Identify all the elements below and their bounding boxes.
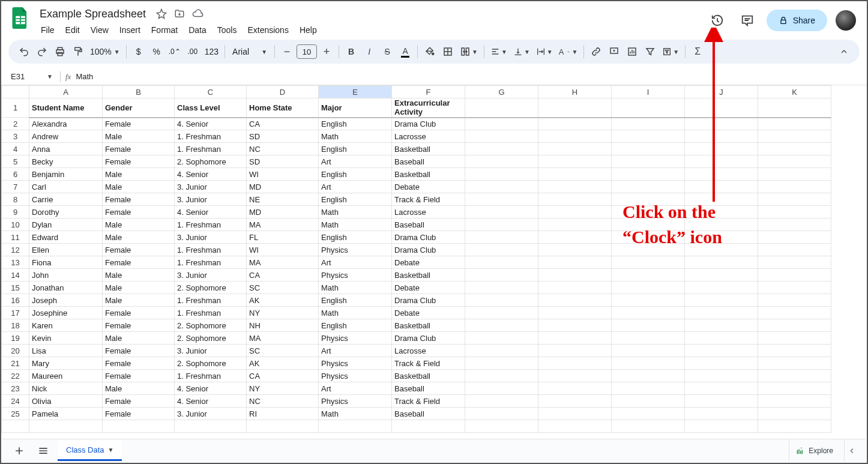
cell[interactable]: English xyxy=(319,143,392,155)
cell[interactable] xyxy=(612,269,685,282)
cell[interactable] xyxy=(612,332,685,345)
cell[interactable] xyxy=(465,118,538,130)
cell[interactable]: Baseball xyxy=(392,155,465,168)
cell[interactable]: Carrie xyxy=(29,193,103,206)
cell[interactable] xyxy=(538,206,612,218)
cell[interactable] xyxy=(538,294,612,307)
cell[interactable]: Becky xyxy=(29,155,103,168)
cell[interactable] xyxy=(612,395,685,408)
cell[interactable] xyxy=(538,282,612,294)
cell[interactable] xyxy=(612,319,685,332)
cell[interactable]: Female xyxy=(103,319,175,332)
menu-edit[interactable]: Edit xyxy=(61,23,85,37)
row-header-11[interactable]: 11 xyxy=(2,231,29,244)
cell[interactable]: NC xyxy=(247,395,319,408)
cell[interactable]: English xyxy=(319,294,392,307)
cell[interactable] xyxy=(612,193,685,206)
italic-button[interactable]: I xyxy=(361,43,378,60)
cell[interactable]: FL xyxy=(247,231,319,244)
sheets-logo[interactable] xyxy=(8,6,32,30)
cell[interactable]: SD xyxy=(247,155,319,168)
cell[interactable]: Edward xyxy=(29,231,103,244)
cell[interactable] xyxy=(685,269,758,282)
cell[interactable] xyxy=(465,269,538,282)
row-header-22[interactable]: 22 xyxy=(2,370,29,382)
cell[interactable] xyxy=(612,408,685,420)
cell[interactable]: Physics xyxy=(319,357,392,370)
sheet-tab-class-data[interactable]: Class Data▼ xyxy=(58,441,122,461)
cell[interactable] xyxy=(538,218,612,231)
cell[interactable]: 2. Sophomore xyxy=(175,155,247,168)
account-avatar[interactable] xyxy=(836,10,856,31)
cell[interactable] xyxy=(465,143,538,155)
cell[interactable]: Drama Club xyxy=(392,332,465,345)
insert-link-button[interactable] xyxy=(588,43,604,60)
header-cell[interactable] xyxy=(465,98,538,118)
cell[interactable] xyxy=(612,155,685,168)
cell[interactable]: RI xyxy=(247,408,319,420)
cell[interactable]: 2. Sophomore xyxy=(175,332,247,345)
row-header-18[interactable]: 18 xyxy=(2,319,29,332)
cell[interactable] xyxy=(612,244,685,256)
cell[interactable]: Basketball xyxy=(392,168,465,181)
column-header-F[interactable]: F xyxy=(392,86,465,98)
cell[interactable] xyxy=(465,181,538,193)
cell[interactable] xyxy=(612,206,685,218)
cell[interactable] xyxy=(392,420,465,433)
strikethrough-button[interactable]: S xyxy=(379,43,396,60)
text-color-button[interactable]: A xyxy=(397,43,414,60)
cell[interactable] xyxy=(465,168,538,181)
cell[interactable]: 3. Junior xyxy=(175,408,247,420)
cell[interactable] xyxy=(685,244,758,256)
cell[interactable] xyxy=(612,345,685,357)
cell[interactable]: Track & Field xyxy=(392,395,465,408)
cell[interactable] xyxy=(758,155,831,168)
cell[interactable]: Maureen xyxy=(29,370,103,382)
insert-chart-button[interactable] xyxy=(624,43,640,60)
cell[interactable]: 1. Freshman xyxy=(175,218,247,231)
increase-decimal-button[interactable]: .00 xyxy=(184,43,201,60)
cell[interactable] xyxy=(465,357,538,370)
cell[interactable]: 3. Junior xyxy=(175,345,247,357)
cell[interactable] xyxy=(612,130,685,143)
decrease-font-button[interactable]: − xyxy=(279,43,295,60)
column-header-C[interactable]: C xyxy=(175,86,247,98)
history-clock-icon[interactable] xyxy=(707,10,728,31)
filter-views-button[interactable]: ▼ xyxy=(660,43,681,60)
cell[interactable]: Physics xyxy=(319,244,392,256)
cell[interactable] xyxy=(465,256,538,269)
cell[interactable]: 2. Sophomore xyxy=(175,357,247,370)
row-header-4[interactable]: 4 xyxy=(2,143,29,155)
cell[interactable] xyxy=(685,130,758,143)
cell[interactable]: 2. Sophomore xyxy=(175,319,247,332)
cell[interactable] xyxy=(685,370,758,382)
cell[interactable] xyxy=(175,420,247,433)
cell[interactable] xyxy=(758,294,831,307)
header-cell[interactable] xyxy=(612,98,685,118)
menu-data[interactable]: Data xyxy=(184,23,211,37)
column-header-K[interactable]: K xyxy=(758,86,831,98)
cell[interactable]: Physics xyxy=(319,332,392,345)
cell[interactable] xyxy=(465,130,538,143)
cell[interactable] xyxy=(758,256,831,269)
cell[interactable] xyxy=(465,244,538,256)
cell[interactable] xyxy=(758,282,831,294)
cell[interactable]: Olivia xyxy=(29,395,103,408)
cell[interactable]: Baseball xyxy=(392,382,465,395)
cell[interactable] xyxy=(538,256,612,269)
cell[interactable]: Karen xyxy=(29,319,103,332)
row-header-17[interactable]: 17 xyxy=(2,307,29,319)
cell[interactable] xyxy=(612,118,685,130)
cell[interactable]: Jonathan xyxy=(29,282,103,294)
column-header-D[interactable]: D xyxy=(247,86,319,98)
cell[interactable]: Anna xyxy=(29,143,103,155)
cell[interactable]: SC xyxy=(247,282,319,294)
header-cell[interactable]: Gender xyxy=(103,98,175,118)
cell[interactable]: Basketball xyxy=(392,319,465,332)
row-header-2[interactable]: 2 xyxy=(2,118,29,130)
row-header-5[interactable]: 5 xyxy=(2,155,29,168)
cell[interactable] xyxy=(758,143,831,155)
cell[interactable]: SD xyxy=(247,130,319,143)
cell[interactable]: 4. Senior xyxy=(175,206,247,218)
cell[interactable]: Male xyxy=(103,218,175,231)
